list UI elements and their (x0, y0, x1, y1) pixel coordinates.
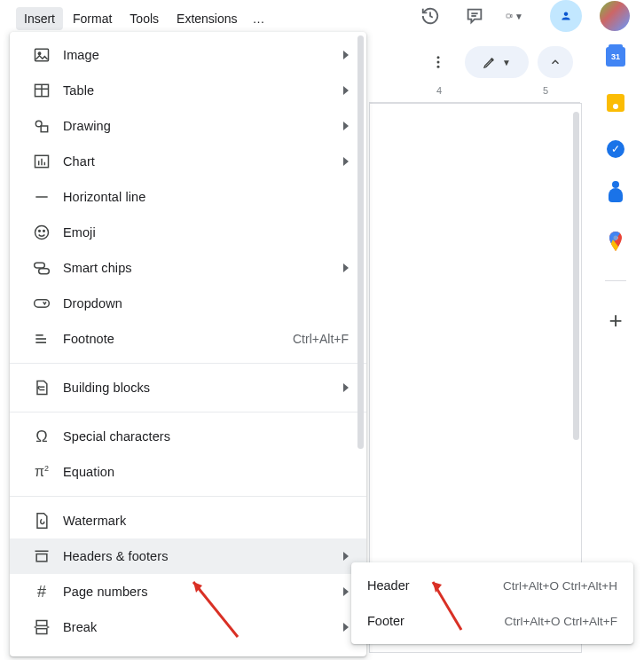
menu-item-equation[interactable]: π2 Equation (10, 454, 366, 490)
caret-down-icon: ▼ (514, 12, 523, 21)
svg-point-20 (43, 231, 45, 232)
chart-icon (33, 153, 51, 170)
page-numbers-icon: # (33, 583, 51, 601)
svg-rect-12 (41, 126, 47, 132)
drawing-icon (33, 117, 51, 135)
meet-icon[interactable]: ▼ (506, 3, 532, 29)
menu-item-building-blocks[interactable]: Building blocks (10, 370, 366, 405)
ruler-mark: 5 (543, 85, 548, 96)
menu-item-headers-footers[interactable]: Headers & footers (10, 538, 366, 574)
menu-label: Image (63, 48, 334, 62)
add-addon-button[interactable]: + (605, 310, 626, 331)
menu-label: Footnote (63, 332, 293, 346)
svg-point-41 (614, 236, 618, 240)
menu-label: Dropdown (63, 296, 349, 310)
menu-item-image[interactable]: Image (10, 37, 366, 73)
svg-point-5 (437, 66, 440, 68)
menu-tools[interactable]: Tools (122, 7, 167, 30)
history-icon[interactable] (417, 3, 444, 29)
submenu-arrow-icon (343, 51, 349, 59)
menu-more[interactable]: … (247, 7, 271, 30)
menu-label: Table (63, 83, 334, 98)
svg-point-7 (38, 52, 41, 55)
menu-label: Emoji (63, 225, 349, 240)
svg-rect-21 (35, 263, 45, 268)
submenu-arrow-icon (343, 623, 349, 632)
menu-separator (10, 412, 366, 412)
account-avatar[interactable] (600, 1, 630, 31)
menu-item-dropdown[interactable]: Dropdown (10, 286, 366, 321)
svg-rect-22 (39, 269, 50, 274)
watermark-icon (33, 512, 51, 530)
submenu-label: Header (367, 578, 503, 593)
menu-label: Page numbers (63, 585, 334, 599)
menu-item-special-characters[interactable]: Ω Special characters (10, 419, 366, 454)
headers-footers-submenu: Header Ctrl+Alt+O Ctrl+Alt+H Footer Ctrl… (351, 562, 633, 644)
submenu-arrow-icon (343, 122, 349, 130)
menu-bar: Insert Format Tools Extensions … (16, 7, 271, 30)
menu-label: Drawing (63, 119, 334, 133)
svg-point-4 (437, 61, 440, 64)
menu-label: Special characters (63, 429, 349, 444)
menu-item-drawing[interactable]: Drawing (10, 108, 366, 144)
menu-item-break[interactable]: Break (10, 609, 366, 645)
menu-item-chart[interactable]: Chart (10, 144, 366, 179)
comments-icon[interactable] (461, 3, 488, 29)
menu-item-emoji[interactable]: Emoji (10, 215, 366, 250)
svg-rect-32 (36, 621, 47, 626)
contacts-icon[interactable] (605, 185, 626, 206)
maps-icon[interactable] (605, 231, 626, 252)
menu-item-footnote[interactable]: Footnote Ctrl+Alt+F (10, 321, 366, 357)
side-panel: 31 ✓ + (594, 46, 637, 331)
more-options-button[interactable] (420, 46, 456, 78)
submenu-arrow-icon (343, 383, 349, 392)
submenu-arrow-icon (343, 86, 349, 95)
menu-separator (10, 363, 366, 364)
menu-item-smart-chips[interactable]: Smart chips (10, 250, 366, 286)
side-panel-separator (605, 280, 626, 281)
menu-item-watermark[interactable]: Watermark (10, 503, 366, 538)
table-icon (33, 82, 51, 99)
submenu-item-header[interactable]: Header Ctrl+Alt+O Ctrl+Alt+H (351, 568, 633, 603)
collapse-button[interactable] (538, 46, 573, 78)
menu-shortcut: Ctrl+Alt+F (293, 332, 349, 346)
menu-insert[interactable]: Insert (16, 7, 63, 30)
omega-icon: Ω (33, 428, 51, 445)
share-button[interactable] (550, 0, 582, 32)
menu-item-table[interactable]: Table (10, 73, 366, 108)
svg-rect-2 (507, 14, 510, 18)
menu-label: Headers & footers (63, 549, 334, 563)
menu-extensions[interactable]: Extensions (169, 7, 245, 30)
equation-icon: π2 (33, 463, 51, 481)
calendar-icon[interactable]: 31 (605, 46, 626, 67)
keep-icon[interactable] (605, 92, 626, 114)
svg-rect-33 (36, 629, 47, 634)
menu-label: Break (63, 620, 334, 634)
menu-item-page-numbers[interactable]: # Page numbers (10, 574, 366, 609)
svg-rect-6 (35, 49, 49, 60)
top-right-toolbar: ▼ (417, 0, 630, 32)
calendar-day: 31 (611, 52, 620, 61)
svg-rect-30 (36, 554, 47, 562)
menu-label: Smart chips (63, 261, 334, 275)
tasks-icon[interactable]: ✓ (605, 138, 626, 160)
menu-label: Horizontal line (63, 190, 349, 204)
svg-point-19 (39, 231, 41, 232)
editing-mode-chip[interactable]: ▼ (465, 46, 529, 78)
dropdown-chip-icon (33, 295, 51, 312)
menu-item-horizontal-line[interactable]: Horizontal line (10, 179, 366, 215)
caret-down-icon: ▼ (502, 58, 511, 67)
menu-separator (10, 496, 366, 497)
menu-label: Building blocks (63, 381, 334, 395)
page-scrollbar-thumb[interactable] (573, 112, 579, 440)
footnote-icon (33, 330, 51, 348)
submenu-item-footer[interactable]: Footer Ctrl+Alt+O Ctrl+Alt+F (351, 603, 633, 639)
menu-format[interactable]: Format (65, 7, 120, 30)
submenu-arrow-icon (343, 552, 349, 561)
smart-chips-icon (33, 259, 51, 277)
menu-label: Equation (63, 465, 349, 479)
menu-label: Watermark (63, 514, 349, 528)
image-icon (33, 46, 51, 64)
submenu-arrow-icon (343, 587, 349, 596)
toolbar-right: ▼ (420, 46, 573, 78)
